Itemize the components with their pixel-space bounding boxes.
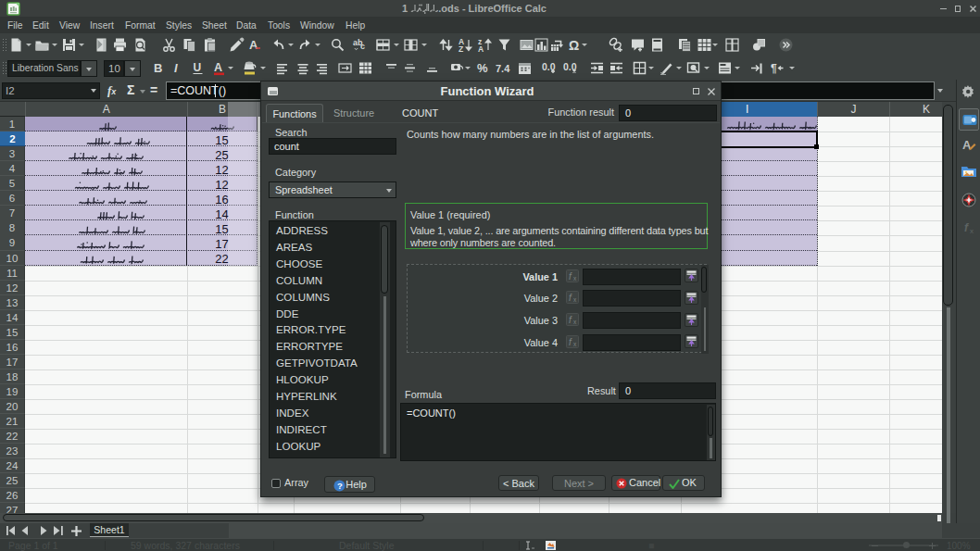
svg-text:%: % xyxy=(477,61,488,75)
svg-text:x: x xyxy=(970,227,974,235)
svg-text:?: ? xyxy=(337,481,343,491)
svg-text:Z: Z xyxy=(459,44,463,53)
svg-text:I: I xyxy=(174,61,178,75)
svg-text:A: A xyxy=(249,38,258,52)
svg-text:B: B xyxy=(154,61,162,75)
svg-text:¶: ¶ xyxy=(771,62,777,75)
svg-text:Ω: Ω xyxy=(569,38,579,53)
svg-text:7.4: 7.4 xyxy=(496,63,510,74)
svg-text:f: f xyxy=(964,221,969,234)
svg-text:A: A xyxy=(214,61,222,74)
svg-text:c: c xyxy=(360,42,365,51)
svg-text:A: A xyxy=(478,44,484,53)
svg-text:U: U xyxy=(193,61,201,74)
